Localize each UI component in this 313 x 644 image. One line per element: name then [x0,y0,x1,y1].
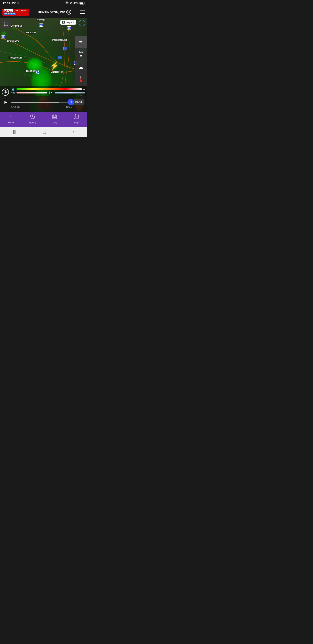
rain-legend-bar [16,88,82,90]
bottom-navigation: ⌂ Home Hourly Daily Map [0,112,87,127]
mapbox-logo: mapbox [60,20,76,24]
timeline-track[interactable] [11,102,71,103]
temperature-display: 85° [11,2,16,5]
temperature-layer-button[interactable] [75,73,87,86]
app-logo: WSAZ 3 FIRST ALERT WEATHER [2,9,29,16]
cloud-icon: ☁ [78,64,83,70]
interstate-77-bot: 77 [58,56,62,59]
daily-icon [52,114,57,120]
mix-legend-icon: ❄💧 [11,92,15,94]
close-icon: ✕ [17,2,19,5]
map-icon [74,114,79,120]
location-bar[interactable]: HUNTINGTON, WV [38,10,71,14]
status-bar: 12:31 85° ✕ ⊘ 69% [0,0,87,6]
svg-line-14 [33,117,33,117]
thumb-lines [70,101,72,103]
svg-line-1 [69,13,70,14]
interstate-71: 71 [1,35,5,38]
location-text: HUNTINGTON, WV [38,10,65,14]
precip-icon: 💧❄ [48,92,52,94]
24h-rain-icon: 🌧 [79,54,82,58]
rain-layer-button[interactable]: 🌧 [75,36,87,48]
search-icon[interactable] [66,10,71,14]
past-button[interactable]: PAST [73,99,84,105]
snow-legend-bar [55,92,85,94]
snow-legend-icon-right: ❄ [83,88,85,90]
nav-map[interactable]: Map [65,114,87,124]
battery-percent: 69% [73,2,78,4]
menu-button[interactable] [80,10,85,14]
interstate-77-top: 77 [67,26,71,30]
svg-marker-22 [74,114,78,119]
home-system-button[interactable]: ▢ [42,130,46,134]
weather-label: WEATHER [3,12,16,15]
24h-label: 24h [79,51,83,54]
hourly-icon [30,114,35,120]
radar-legend: 💧 ❄ ❄💧 💧❄ [0,86,87,96]
app-header: WSAZ 3 FIRST ALERT WEATHER HUNTINGTON, W… [0,6,87,18]
interstate-70: 70 [39,24,43,26]
mix-legend-bar [16,92,47,94]
thermometer-icon [79,76,83,84]
svg-point-0 [68,11,69,13]
mapbox-pin-icon [62,21,65,24]
battery-icon [79,2,84,4]
wsaz-number: WSAZ 3 [3,10,13,12]
signal-icon: ⊘ [70,2,72,5]
rain-legend-icon: 💧 [11,88,15,91]
timeline-fill [11,102,59,103]
interstate-77-mid: 77 [63,47,67,50]
nav-hourly[interactable]: Hourly [22,114,44,124]
play-button[interactable]: ▶ [3,99,9,105]
svg-rect-19 [53,117,54,118]
svg-point-4 [81,22,82,24]
my-location-button[interactable] [79,20,85,26]
cloud-layer-button[interactable]: ☁ [75,61,87,73]
start-time-label: 9:35 AM [11,106,20,109]
nav-home-label: Home [7,121,14,124]
lightning-icon: ⚡ [50,62,59,70]
nav-daily-label: Daily [52,121,57,124]
status-right: ⊘ 69% [65,2,84,5]
recent-apps-button[interactable]: ||| [13,130,16,134]
home-icon: ⌂ [9,114,12,120]
expand-map-button[interactable] [2,20,10,28]
nav-map-label: Map [74,121,79,124]
rain-drop-icon: 🌧 [79,40,83,44]
map-container[interactable]: Newark Columbus Lancaster Chillicothe Pa… [0,18,87,112]
nav-home[interactable]: ⌂ Home [0,114,22,124]
time-display: 12:31 [3,2,10,5]
info-button[interactable]: ⓘ [2,88,9,96]
svg-rect-20 [54,117,55,118]
playback-controls: ▶ PAST 9:35 AM NOW [0,96,87,112]
layer-controls-panel: 🌧 24h 🌧 ☁ [75,36,87,86]
svg-point-2 [63,22,64,23]
svg-rect-21 [55,117,56,118]
wifi-icon [65,2,69,5]
system-navigation: ||| ▢ ‹ [0,127,87,137]
svg-rect-11 [80,78,81,80]
timeline-thumb[interactable] [68,99,74,105]
status-left: 12:31 85° ✕ [3,2,19,5]
back-button[interactable]: ‹ [72,129,74,135]
now-label: NOW [66,106,84,109]
nav-daily[interactable]: Daily [43,114,65,124]
first-alert-text: FIRST ALERT [14,10,28,12]
24h-rain-layer-button[interactable]: 24h 🌧 [75,48,87,61]
user-location-dot [36,71,39,74]
nav-hourly-label: Hourly [29,121,36,124]
